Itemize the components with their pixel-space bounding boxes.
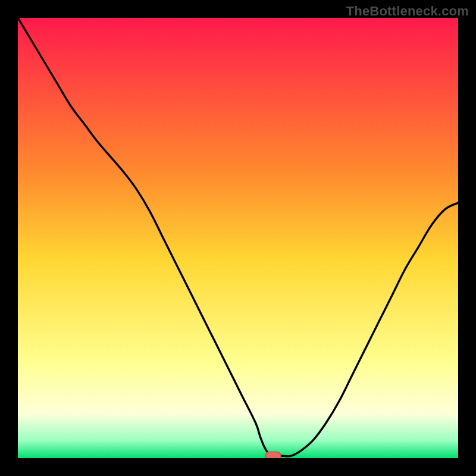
chart-frame: TheBottleneck.com	[0, 0, 476, 476]
optimal-point-marker	[265, 452, 281, 458]
bottleneck-chart-svg	[18, 18, 458, 458]
plot-area	[18, 18, 458, 458]
gradient-background	[18, 18, 458, 458]
watermark-text: TheBottleneck.com	[346, 4, 469, 19]
